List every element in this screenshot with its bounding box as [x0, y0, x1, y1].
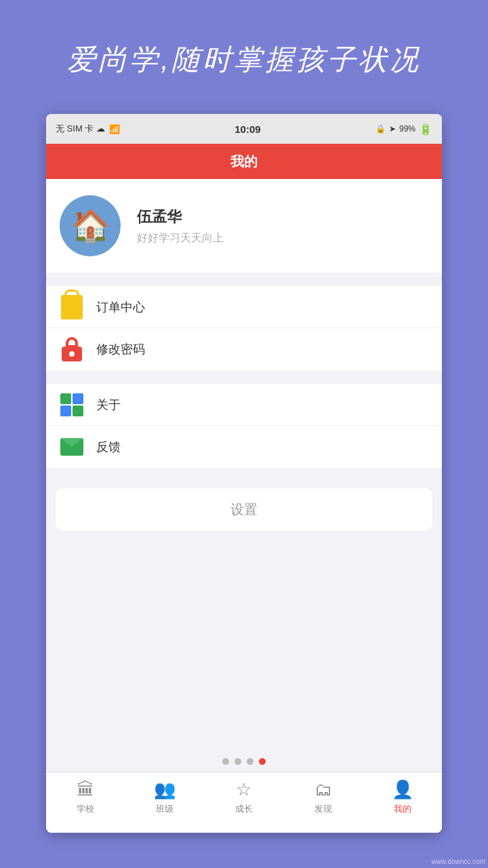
dot-1: [222, 758, 229, 765]
growth-tab-label: 成长: [235, 803, 253, 815]
menu-group-2: 关于 反馈: [46, 384, 442, 468]
watermark: www.downcc.com: [432, 858, 485, 865]
battery-text: 99%: [399, 124, 415, 134]
discover-tab-icon: 🗂: [314, 779, 332, 800]
menu-item-feedback[interactable]: 反馈: [46, 426, 442, 468]
profile-section[interactable]: 🏠 伍孟华 好好学习天天向上: [46, 179, 442, 273]
status-right: 🔒 ➤ 99% 🔋: [375, 123, 432, 136]
about-icon: [60, 393, 84, 417]
status-left: 无 SIM 卡 ☁ 📶: [56, 123, 120, 135]
nav-title: 我的: [230, 153, 258, 171]
settings-button[interactable]: 设置: [56, 488, 432, 530]
bg-title: 爱尚学,随时掌握孩子状况: [0, 41, 488, 79]
menu-item-order[interactable]: 订单中心: [46, 286, 442, 328]
location-icon: ➤: [389, 124, 396, 134]
growth-tab-icon: ☆: [236, 779, 251, 800]
phone-frame: 无 SIM 卡 ☁ 📶 10:09 🔒 ➤ 99% 🔋 我的 🏠 伍孟华 好好学…: [46, 114, 442, 833]
tab-discover[interactable]: 🗂 发现: [283, 779, 363, 815]
home-icon: 🏠: [71, 208, 110, 244]
tab-school[interactable]: 🏛 学校: [46, 779, 125, 815]
password-label: 修改密码: [96, 341, 145, 357]
profile-subtitle: 好好学习天天向上: [137, 231, 224, 245]
profile-info: 伍孟华 好好学习天天向上: [137, 207, 224, 245]
page-dots: [46, 758, 442, 765]
status-time: 10:09: [235, 123, 260, 135]
tab-class[interactable]: 👥 班级: [125, 779, 205, 815]
dot-4: [259, 758, 266, 765]
mine-tab-icon: 👤: [392, 779, 413, 800]
battery-icon: 🔋: [419, 123, 432, 136]
school-tab-label: 学校: [77, 803, 94, 815]
nav-bar: 我的: [46, 144, 442, 179]
class-tab-label: 班级: [156, 803, 174, 815]
profile-name: 伍孟华: [137, 207, 224, 227]
school-tab-icon: 🏛: [77, 779, 94, 800]
dot-3: [247, 758, 253, 765]
menu-group-1: 订单中心 修改密码: [46, 286, 442, 370]
wifi-icon: 📶: [109, 124, 120, 134]
feedback-icon: [60, 435, 84, 459]
settings-section: 设置: [56, 488, 432, 530]
dot-2: [235, 758, 241, 765]
mine-tab-label: 我的: [394, 803, 411, 815]
class-tab-icon: 👥: [154, 779, 176, 800]
lock-menu-icon: [60, 337, 84, 361]
menu-item-about[interactable]: 关于: [46, 384, 442, 426]
about-label: 关于: [96, 397, 121, 413]
content-area: 🏠 伍孟华 好好学习天天向上 订单中心: [46, 179, 442, 772]
tab-growth[interactable]: ☆ 成长: [205, 779, 284, 815]
avatar: 🏠: [60, 195, 121, 256]
status-bar: 无 SIM 卡 ☁ 📶 10:09 🔒 ➤ 99% 🔋: [46, 114, 442, 144]
feedback-label: 反馈: [96, 439, 121, 455]
menu-item-password[interactable]: 修改密码: [46, 328, 442, 370]
order-label: 订单中心: [96, 299, 145, 315]
order-icon: [60, 295, 84, 319]
tab-mine[interactable]: 👤 我的: [363, 779, 442, 815]
tab-bar: 🏛 学校 👥 班级 ☆ 成长 🗂 发现 👤 我的: [46, 772, 442, 833]
discover-tab-label: 发现: [314, 803, 332, 815]
lock-icon: 🔒: [375, 124, 386, 134]
no-sim-text: 无 SIM 卡 ☁: [56, 123, 105, 135]
